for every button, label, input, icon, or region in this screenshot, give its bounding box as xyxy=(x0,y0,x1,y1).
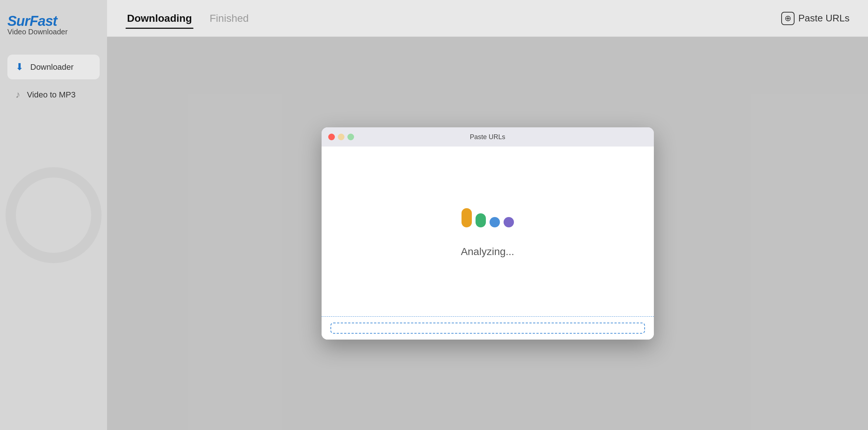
logo-area: SurFast Video Downloader xyxy=(7,13,100,36)
download-icon: ⬇ xyxy=(16,61,24,73)
dot-purple xyxy=(504,217,514,227)
main-content: Downloading Finished ⊕ Paste URLs Paste … xyxy=(107,0,868,430)
loading-dots xyxy=(462,205,514,227)
logo-sur: SurFast xyxy=(7,13,57,29)
logo-subtitle: Video Downloader xyxy=(7,28,100,36)
modal-titlebar: Paste URLs xyxy=(322,127,654,147)
logo-title: SurFast xyxy=(7,13,100,29)
dot-green xyxy=(476,213,486,227)
music-icon: ♪ xyxy=(16,89,20,100)
tab-bar: Downloading Finished ⊕ Paste URLs xyxy=(107,0,868,37)
sidebar-watermark xyxy=(6,167,102,263)
paste-urls-modal: Paste URLs Analyzing... xyxy=(322,127,654,340)
sidebar-item-downloader[interactable]: ⬇ Downloader xyxy=(7,55,100,79)
tab-downloading[interactable]: Downloading xyxy=(126,9,193,28)
sidebar-item-video-to-mp3[interactable]: ♪ Video to MP3 xyxy=(7,82,100,107)
paste-urls-label: Paste URLs xyxy=(798,13,850,24)
sidebar-item-downloader-label: Downloader xyxy=(30,62,73,72)
minimize-button[interactable] xyxy=(338,134,344,140)
modal-body: Analyzing... xyxy=(322,147,654,316)
sidebar-item-video-to-mp3-label: Video to MP3 xyxy=(27,90,76,100)
close-button[interactable] xyxy=(328,134,335,140)
sidebar: SurFast Video Downloader ⬇ Downloader ♪ … xyxy=(0,0,107,430)
maximize-button[interactable] xyxy=(347,134,354,140)
dot-yellow xyxy=(462,208,472,227)
analyzing-text: Analyzing... xyxy=(461,246,514,258)
url-dashed-border[interactable] xyxy=(330,323,645,334)
content-area: Paste URLs Analyzing... xyxy=(107,37,868,430)
dot-blue xyxy=(490,217,500,227)
tab-finished[interactable]: Finished xyxy=(208,9,250,28)
modal-url-area xyxy=(322,316,654,340)
sidebar-nav: ⬇ Downloader ♪ Video to MP3 xyxy=(7,55,100,107)
plus-icon: ⊕ xyxy=(781,12,795,25)
paste-urls-button[interactable]: ⊕ Paste URLs xyxy=(781,12,850,25)
modal-backdrop: Paste URLs Analyzing... xyxy=(107,37,868,430)
modal-title: Paste URLs xyxy=(470,133,505,141)
